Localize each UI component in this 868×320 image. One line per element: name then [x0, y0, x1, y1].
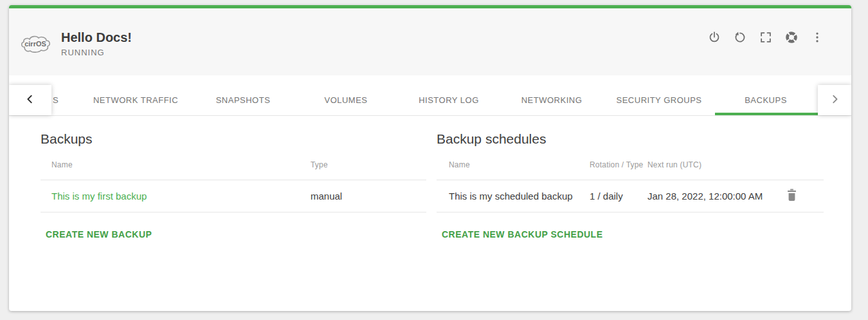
- tabs-scroll-right-button[interactable]: [818, 85, 851, 115]
- chevron-right-icon: [829, 94, 840, 106]
- backup-schedules-section: Backup schedules Name Rotation / Type Ne…: [437, 116, 824, 240]
- tab-security-groups[interactable]: SECURITY GROUPS: [617, 95, 702, 105]
- instance-tabbar: S NETWORK TRAFFIC SNAPSHOTS VOLUMES HIST…: [9, 75, 851, 116]
- cirros-logo: cirrOS: [19, 33, 53, 54]
- backup-name-link[interactable]: This is my first backup: [51, 191, 311, 202]
- restart-icon: [733, 30, 747, 44]
- backups-tab-content: Backups Name Type This is my first backu…: [9, 116, 851, 240]
- fullscreen-button[interactable]: [758, 30, 773, 45]
- lifebuoy-icon: [784, 30, 799, 44]
- column-header-type: Type: [311, 160, 426, 180]
- backup-schedules-title: Backup schedules: [437, 131, 824, 147]
- backup-type-value: manual: [311, 191, 426, 202]
- chevron-left-icon: [25, 94, 35, 106]
- schedules-table-header: Name Rotation / Type Next run (UTC): [437, 160, 824, 180]
- table-row: This is my first backup manual: [41, 180, 426, 212]
- column-header-name: Name: [51, 160, 311, 180]
- fullscreen-icon: [759, 30, 773, 44]
- power-button[interactable]: [707, 30, 722, 45]
- logo-text: cirrOS: [24, 40, 46, 48]
- instance-header: cirrOS Hello Docs! RUNNING: [9, 8, 851, 75]
- tab-backups[interactable]: BACKUPS: [745, 95, 787, 105]
- rescue-button[interactable]: [784, 30, 799, 45]
- backups-title: Backups: [41, 131, 426, 147]
- instance-actions: [707, 30, 825, 45]
- column-header-name: Name: [449, 160, 590, 180]
- create-new-backup-schedule-button[interactable]: CREATE NEW BACKUP SCHEDULE: [442, 229, 603, 240]
- instance-card: cirrOS Hello Docs! RUNNING: [9, 5, 851, 311]
- tab-networking[interactable]: NETWORKING: [521, 95, 583, 105]
- tab-snapshots[interactable]: SNAPSHOTS: [216, 95, 271, 105]
- instance-title: Hello Docs!: [61, 30, 132, 45]
- table-row: This is my scheduled backup 1 / daily Ja…: [437, 180, 824, 212]
- schedule-next-run-value: Jan 28, 2022, 12:00:00 AM: [647, 191, 785, 202]
- backups-section: Backups Name Type This is my first backu…: [41, 116, 426, 240]
- tab-history-log[interactable]: HISTORY LOG: [419, 95, 479, 105]
- create-new-backup-button[interactable]: CREATE NEW BACKUP: [46, 229, 152, 240]
- trash-icon: [786, 189, 797, 203]
- power-icon: [707, 30, 721, 44]
- active-tab-indicator: [715, 113, 818, 115]
- schedule-rotation-value: 1 / daily: [590, 191, 647, 202]
- schedule-name-value: This is my scheduled backup: [449, 191, 590, 202]
- tabs-scroll-left-button[interactable]: [9, 85, 51, 115]
- more-options-button[interactable]: [809, 30, 825, 45]
- tab-network-traffic[interactable]: NETWORK TRAFFIC: [93, 95, 178, 105]
- instance-status: RUNNING: [61, 48, 132, 57]
- column-header-next-run: Next run (UTC): [647, 160, 785, 180]
- kebab-menu-icon: [810, 30, 824, 44]
- column-header-rotation-type: Rotation / Type: [590, 160, 647, 180]
- delete-schedule-button[interactable]: [785, 189, 798, 203]
- tab-partial[interactable]: S: [53, 95, 59, 105]
- tab-volumes[interactable]: VOLUMES: [324, 95, 367, 105]
- backups-table-header: Name Type: [41, 160, 426, 180]
- restart-button[interactable]: [732, 30, 748, 45]
- instance-title-block: Hello Docs! RUNNING: [61, 30, 132, 57]
